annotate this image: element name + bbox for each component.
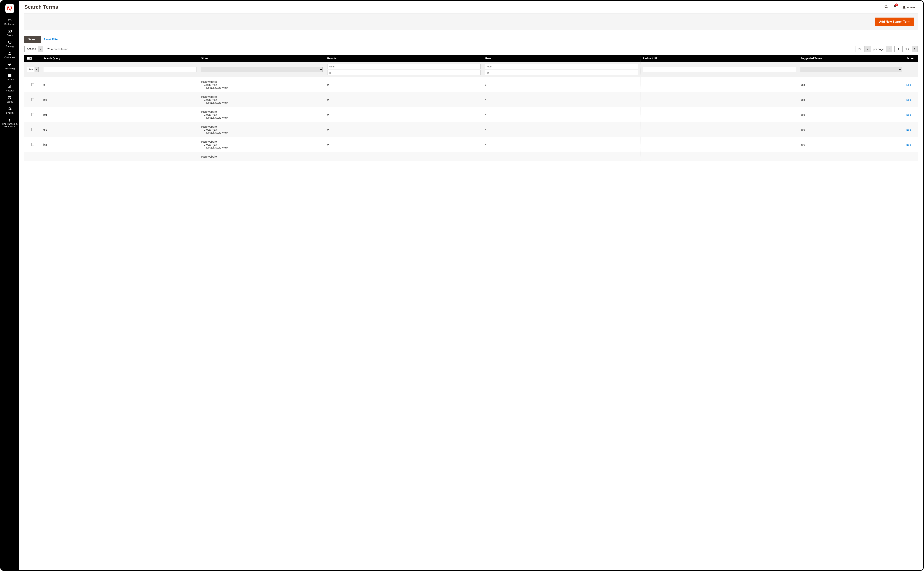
nav-customers[interactable]: Customers	[1, 49, 19, 60]
global-search[interactable]	[884, 5, 888, 9]
filter-uses-to[interactable]	[485, 70, 638, 76]
records-found: 23 records found	[47, 48, 68, 51]
edit-link[interactable]: Edit	[907, 113, 911, 116]
user-icon	[902, 5, 906, 9]
row-checkbox[interactable]	[31, 143, 34, 146]
nav-partners[interactable]: Find Partners & Extensions	[1, 116, 19, 130]
col-search-query[interactable]: Search Query	[41, 55, 199, 62]
filter-uses-from[interactable]	[485, 64, 638, 69]
row-checkbox[interactable]	[31, 113, 34, 116]
table-row[interactable]: eMain WebsiteGlobal mainDefault Store Vi…	[25, 77, 918, 93]
edit-link[interactable]: Edit	[907, 83, 911, 86]
cell-search-query: bla	[41, 137, 199, 152]
cell-search-query: red	[41, 93, 199, 107]
cell-redirect	[641, 107, 798, 122]
gauge-icon	[8, 18, 12, 22]
row-checkbox[interactable]	[31, 128, 34, 131]
chevron-down-icon: ▼	[864, 46, 871, 52]
filter-suggested-terms[interactable]	[800, 67, 902, 72]
page-total: of 2	[905, 48, 909, 51]
per-page-label: per page	[873, 48, 884, 51]
chevron-down-icon: ▼	[38, 46, 43, 52]
table-row[interactable]: Main Website	[25, 152, 918, 161]
col-redirect-url[interactable]: Redirect URL	[641, 55, 798, 62]
next-page-button[interactable]	[912, 46, 918, 52]
nav-label: Customers	[5, 56, 15, 59]
nav-label: Catalog	[6, 45, 14, 48]
edit-link[interactable]: Edit	[907, 128, 911, 131]
cell-results: 0	[325, 122, 483, 137]
nav-marketing[interactable]: Marketing	[1, 60, 19, 72]
filter-search-query[interactable]	[43, 67, 196, 72]
svg-point-9	[904, 6, 905, 7]
svg-rect-4	[8, 75, 9, 77]
edit-link[interactable]: Edit	[907, 98, 911, 101]
cell-suggested: Yes	[798, 77, 904, 93]
table-row[interactable]: blaMain WebsiteGlobal mainDefault Store …	[25, 137, 918, 152]
cell-uses: 0	[483, 77, 641, 93]
mass-actions-select[interactable]: Actions ▼	[25, 46, 43, 52]
checkbox-icon	[26, 57, 29, 60]
user-label: admin	[907, 6, 915, 9]
svg-rect-5	[10, 75, 11, 77]
filter-results-from[interactable]	[327, 64, 481, 69]
cell-search-query: e	[41, 77, 199, 93]
prev-page-button[interactable]	[886, 46, 892, 52]
cell-redirect	[641, 77, 798, 93]
nav-content[interactable]: Content	[1, 72, 19, 83]
col-action: Action	[904, 55, 918, 62]
nav-reports[interactable]: Reports	[1, 83, 19, 94]
reset-filter-link[interactable]: Reset Filter	[43, 38, 59, 41]
per-page-select[interactable]: 20 ▼	[855, 46, 871, 52]
storefront-icon	[8, 96, 12, 100]
cell-redirect	[641, 93, 798, 107]
admin-sidebar: Dashboard Sales Catalog Customers Market…	[1, 1, 19, 570]
search-icon	[884, 5, 888, 9]
add-new-search-term-button[interactable]: Add New Search Term	[875, 17, 915, 26]
table-row[interactable]: greMain WebsiteGlobal mainDefault Store …	[25, 122, 918, 137]
cell-results: 0	[325, 93, 483, 107]
user-menu[interactable]: admin ▼	[902, 5, 918, 9]
search-button[interactable]: Search	[25, 36, 41, 43]
person-icon	[8, 51, 12, 56]
nav-stores[interactable]: Stores	[1, 94, 19, 105]
notifications[interactable]: 4	[893, 5, 897, 9]
cell-store: Main WebsiteGlobal mainDefault Store Vie…	[199, 77, 325, 93]
col-store[interactable]: Store	[199, 55, 325, 62]
table-row[interactable]: bluMain WebsiteGlobal mainDefault Store …	[25, 107, 918, 122]
edit-link[interactable]: Edit	[907, 143, 911, 146]
row-checkbox[interactable]	[31, 83, 34, 86]
cell-results: 0	[325, 107, 483, 122]
table-row[interactable]: redMain WebsiteGlobal mainDefault Store …	[25, 93, 918, 107]
col-uses[interactable]: Uses	[483, 55, 641, 62]
box-icon	[8, 40, 12, 44]
cell-redirect	[641, 137, 798, 152]
money-icon	[8, 29, 12, 33]
filter-store[interactable]	[201, 67, 323, 72]
nav-system[interactable]: System	[1, 105, 19, 116]
nav-label: System	[6, 111, 14, 114]
filter-results-to[interactable]	[327, 70, 481, 76]
cell-results: 0	[325, 137, 483, 152]
main-content: Search Terms 4 admin ▼ Add New Search Te…	[19, 1, 923, 570]
page-number-input[interactable]	[895, 46, 902, 52]
nav-dashboard[interactable]: Dashboard	[1, 16, 19, 27]
adobe-logo-icon	[7, 6, 12, 11]
col-suggested-terms[interactable]: Suggested Terms	[798, 55, 904, 62]
filter-select-any[interactable]: Any ▼	[26, 67, 39, 72]
svg-rect-3	[8, 74, 11, 75]
nav-label: Marketing	[5, 67, 15, 70]
filter-redirect-url[interactable]	[643, 67, 796, 72]
col-results[interactable]: Results	[325, 55, 483, 62]
cell-uses: 4	[483, 122, 641, 137]
nav-catalog[interactable]: Catalog	[1, 39, 19, 49]
row-checkbox[interactable]	[31, 98, 34, 101]
cell-store: Main WebsiteGlobal mainDefault Store Vie…	[199, 93, 325, 107]
layout-icon	[8, 74, 12, 77]
cell-suggested: Yes	[798, 137, 904, 152]
select-all-toggle[interactable]: ▼	[26, 57, 39, 60]
logo[interactable]	[5, 4, 14, 13]
cell-redirect	[641, 122, 798, 137]
nav-sales[interactable]: Sales	[1, 27, 19, 39]
page-actions-toolbar: Add New Search Term	[25, 13, 918, 30]
